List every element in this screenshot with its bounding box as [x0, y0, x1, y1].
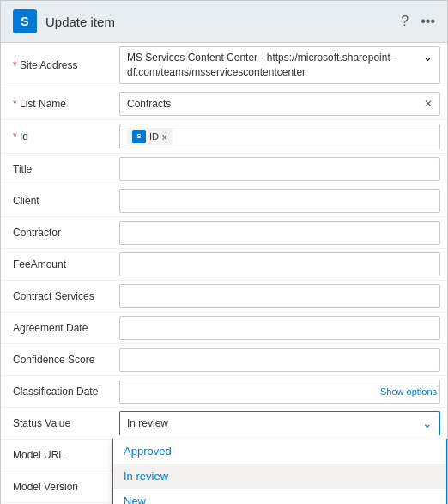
site-address-chevron-icon: ⌄	[423, 51, 433, 64]
fee-amount-label: FeeAmount	[1, 253, 112, 276]
contract-services-label: Contract Services	[1, 285, 112, 307]
title-field-wrap	[112, 154, 447, 185]
client-input[interactable]	[119, 189, 440, 213]
app-icon: S	[13, 9, 37, 33]
status-value-chevron-icon: ⌄	[422, 416, 433, 430]
site-address-row: Site Address MS Services Content Center …	[1, 43, 447, 88]
agreement-date-row: Agreement Date	[1, 313, 447, 344]
classification-date-field-wrap: Show options	[112, 376, 447, 407]
list-name-label: List Name	[1, 93, 112, 115]
list-name-field[interactable]: Contracts ✕	[119, 92, 440, 116]
title-label: Title	[1, 158, 112, 180]
title-bar-right: ? •••	[401, 14, 435, 29]
agreement-date-input[interactable]	[119, 316, 440, 340]
client-field-wrap	[112, 185, 447, 216]
status-value-field-wrap: In review ⌄ Approved In review New Rejec…	[112, 408, 447, 439]
list-name-field-wrap: Contracts ✕	[112, 88, 447, 119]
id-field-wrap: S ID x	[112, 120, 447, 153]
status-value-label: Status Value	[1, 412, 112, 434]
contractor-input[interactable]	[119, 221, 440, 245]
status-dropdown-options: Approved In review New Rejected Enter cu…	[112, 439, 447, 504]
fee-amount-field-wrap	[112, 249, 447, 280]
status-value-selected: In review	[127, 417, 422, 429]
contract-services-field-wrap	[112, 281, 447, 312]
contract-services-input[interactable]	[119, 284, 440, 308]
contract-services-row: Contract Services	[1, 281, 447, 313]
window-title: Update item	[45, 15, 115, 29]
list-name-clear-icon[interactable]: ✕	[424, 98, 433, 110]
client-row: Client	[1, 185, 447, 217]
agreement-date-field-wrap	[112, 313, 447, 343]
status-value-dropdown[interactable]: In review ⌄	[119, 411, 440, 435]
confidence-score-field-wrap	[112, 344, 447, 375]
contractor-field-wrap	[112, 217, 447, 248]
id-row: Id S ID x	[1, 120, 447, 154]
show-options-button[interactable]: Show options	[380, 386, 437, 397]
list-name-row: List Name Contracts ✕	[1, 88, 447, 120]
dropdown-option-approved[interactable]: Approved	[113, 439, 446, 464]
id-chip-icon: S	[132, 130, 146, 143]
id-chip-label: ID	[149, 131, 159, 142]
classification-date-label: Classification Date	[1, 380, 112, 403]
site-address-field: MS Services Content Center - https://mic…	[112, 43, 447, 88]
confidence-score-label: Confidence Score	[1, 349, 112, 371]
confidence-score-row: Confidence Score	[1, 344, 447, 376]
id-label: Id	[1, 125, 112, 148]
client-label: Client	[1, 190, 112, 212]
update-item-window: S Update item ? ••• Site Address MS Serv…	[0, 0, 448, 504]
site-address-dropdown[interactable]: MS Services Content Center - https://mic…	[119, 46, 440, 84]
help-icon[interactable]: ?	[401, 14, 409, 29]
fee-amount-row: FeeAmount	[1, 249, 447, 281]
title-row: Title	[1, 154, 447, 185]
dropdown-option-in-review[interactable]: In review	[113, 464, 446, 489]
title-bar-left: S Update item	[13, 9, 115, 33]
model-version-label: Model Version	[1, 476, 112, 498]
title-input[interactable]	[119, 157, 440, 181]
list-name-value: Contracts	[127, 98, 424, 110]
fee-amount-input[interactable]	[119, 252, 440, 276]
id-chip: S ID x	[127, 128, 173, 145]
model-url-label: Model URL	[1, 444, 112, 466]
more-options-icon[interactable]: •••	[421, 14, 435, 29]
dropdown-option-new[interactable]: New	[113, 489, 446, 504]
classification-date-row: Classification Date Show options	[1, 376, 447, 408]
id-field: S ID x	[119, 124, 440, 149]
agreement-date-label: Agreement Date	[1, 317, 112, 339]
title-bar: S Update item ? •••	[1, 1, 447, 43]
site-address-label: Site Address	[1, 54, 112, 76]
confidence-score-input[interactable]	[119, 348, 440, 372]
form-body: Site Address MS Services Content Center …	[1, 43, 447, 504]
status-value-row: Status Value In review ⌄ Approved In rev…	[1, 408, 447, 440]
contractor-label: Contractor	[1, 222, 112, 244]
contractor-row: Contractor	[1, 217, 447, 249]
id-chip-remove-icon[interactable]: x	[162, 131, 167, 142]
site-address-value: MS Services Content Center - https://mic…	[127, 51, 423, 80]
